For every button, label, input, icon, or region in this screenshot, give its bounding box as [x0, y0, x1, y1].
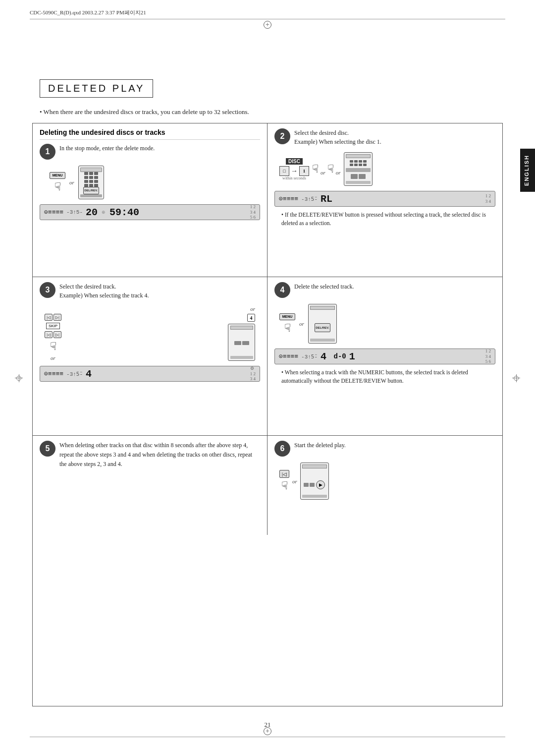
section-header: Deleting the undesired discs or tracks: [40, 128, 260, 140]
hand2b-icon: ☟: [327, 163, 334, 175]
step3-text2: Example) When selecting the track 4.: [59, 291, 149, 300]
lcd3-num: 4: [86, 368, 92, 380]
or3b: or: [250, 306, 255, 312]
step2-lcd: ⊙≡≡≡≡ -3↑5̈- RL 1 23 4: [274, 191, 495, 207]
step3-row: 3 Select the desired track. Example) Whe…: [40, 282, 260, 300]
page-title-section: DELETED PLAY: [40, 79, 153, 98]
next-btn: ▷|: [54, 314, 61, 321]
step1-text: In the stop mode, enter the delete mode.: [59, 144, 155, 153]
or2b: or: [336, 170, 341, 175]
lcd2-dots: 1 23 4: [485, 193, 491, 204]
lcd1-sym: ⊙≡≡≡≡: [44, 208, 63, 216]
step5-circle: 5: [40, 441, 55, 457]
skip-prev-btn: |◁: [45, 331, 53, 338]
step2-note: If the DELETE/REVIEW button is pressed w…: [274, 209, 495, 230]
prev-btn: |◁: [45, 314, 53, 321]
or6: or: [292, 478, 297, 484]
player4: DEL/REV.: [308, 304, 337, 344]
skip-next-btn: ▷|: [54, 331, 61, 338]
lcd1-colon: ⊕: [102, 210, 106, 215]
step1-row: 1 In the stop mode, enter the delete mod…: [40, 144, 260, 160]
step1-lcd: ⊙≡≡≡≡ -3↑5- 20 ⊕ 59:40 1 23 45 6: [40, 204, 260, 220]
step3-devices: |◁ ▷| SKIP |◁ ▷| ☟ or or 4: [40, 303, 260, 364]
step5-text: When deleting other tracks on that disc …: [59, 441, 260, 469]
lcd1-num: 20: [86, 207, 98, 218]
lcd4-dots: 1 23 45 6: [485, 349, 491, 364]
step4-text: Delete the selected track.: [294, 282, 354, 291]
step6-row: 6 Start the deleted play.: [274, 441, 495, 457]
step2-circle: 2: [274, 128, 290, 144]
header-line: [30, 19, 505, 19]
lcd4-one: 1: [349, 351, 355, 362]
player6: ▶: [300, 463, 329, 500]
delrev4: DEL/REV.: [315, 323, 330, 332]
step4-note: When selecting a track with the NUMERIC …: [274, 366, 495, 388]
num4-badge: 4: [247, 314, 255, 322]
reg-mark-top: [264, 21, 271, 29]
or2a: or: [321, 170, 325, 175]
main-box: Deleting the undesired discs or tracks 1…: [32, 123, 503, 706]
step6-text: Start the deleted play.: [294, 441, 346, 450]
or1: or: [69, 179, 74, 185]
step5-row: 5 When deleting other tracks on that dis…: [40, 441, 260, 469]
lcd4-sym: ⊙≡≡≡≡: [279, 352, 298, 360]
step4-devices: MENU ☟ or DEL/REV.: [274, 301, 495, 347]
step3-circle: 3: [40, 282, 55, 298]
row-3: 5 When deleting other tracks on that dis…: [33, 436, 502, 535]
player2: [344, 152, 373, 186]
lcd3-flash: -3↑5̈-: [66, 371, 83, 377]
lcd3-dots: ⚙1 23 4: [250, 366, 256, 382]
step4-row: 4 Delete the selected track.: [274, 282, 495, 298]
hand1-icon: ☟: [54, 180, 61, 193]
reg-mark-right: [512, 374, 520, 382]
reg-mark-left: [15, 374, 23, 382]
lcd1-dec: -3↑5-: [66, 209, 83, 215]
step6-circle: 6: [274, 441, 290, 457]
step3-text1: Select the desired track.: [59, 282, 149, 291]
step3-lcd: ⊙≡≡≡≡ -3↑5̈- 4 ⚙1 23 4: [40, 366, 260, 382]
hand4-icon: ☟: [284, 322, 291, 335]
step2-text2: Example) When selecting the disc 1.: [294, 137, 381, 146]
lcd2-flash: -3↑5̈-: [301, 196, 318, 202]
step2-text1: Select the desired disc.: [294, 128, 381, 137]
or4: or: [299, 321, 304, 327]
step5-col: 5 When deleting other tracks on that dis…: [33, 436, 268, 535]
lcd4-flash: -3↑5̈-: [301, 353, 318, 360]
lcd1-time: 59:40: [109, 207, 139, 218]
lcd2-sym: ⊙≡≡≡≡: [279, 195, 298, 203]
hand3-icon: ☟: [50, 340, 56, 353]
or3: or: [51, 355, 55, 361]
lcd4-dash: d-0: [329, 352, 346, 360]
bottom-line: [30, 737, 505, 737]
page-header: CDC-5090C_R(D).qxd 2003.2.27 3:37 PM페이지2…: [30, 9, 505, 16]
within-sec: within seconds: [282, 176, 306, 180]
intro-text: • When there are the undesired discs or …: [40, 108, 249, 116]
step4-circle: 4: [274, 282, 290, 298]
step4-lcd: ⊙≡≡≡≡ -3↑5̈- 4 d-0 1 1 23 45 6: [274, 349, 495, 364]
step2-row: 2 Select the desired disc. Example) When…: [274, 128, 495, 146]
lcd3-sym: ⊙≡≡≡≡: [44, 370, 63, 378]
disc-label: DISC: [286, 158, 303, 165]
lcd1-dots: 1 23 45 6: [250, 204, 256, 220]
arrow1: →: [291, 167, 298, 175]
lcd4-n1: 4: [321, 351, 326, 362]
step1-circle: 1: [40, 144, 55, 160]
step2-col: 2 Select the desired disc. Example) When…: [268, 123, 502, 277]
hand2a-icon: ☟: [312, 163, 319, 175]
step3-col: 3 Select the desired track. Example) Whe…: [33, 277, 268, 435]
step1-col: Deleting the undesired discs or tracks 1…: [33, 123, 268, 277]
english-tab: ENGLISH: [520, 149, 535, 192]
player1: DEL/REV.: [78, 166, 104, 199]
hand6-icon: ☟: [281, 479, 288, 492]
step6-devices: |◁ ☟ or ▶: [274, 460, 495, 503]
step1-devices: MENU ☟ or: [40, 163, 260, 202]
page-title: DELETED PLAY: [48, 83, 145, 94]
page-title-box: DELETED PLAY: [40, 79, 153, 98]
header-text: CDC-5090C_R(D).qxd 2003.2.27 3:37 PM페이지2…: [30, 9, 146, 16]
row-2: 3 Select the desired track. Example) Whe…: [33, 277, 502, 436]
step2-devices: DISC □ → 1 within seconds ☟ or ☟ or: [274, 149, 495, 189]
reg-mark-bottom: [264, 727, 271, 735]
play-btn: ▶: [316, 480, 325, 489]
skip-label: SKIP: [46, 323, 60, 329]
row-1: Deleting the undesired discs or tracks 1…: [33, 123, 502, 277]
